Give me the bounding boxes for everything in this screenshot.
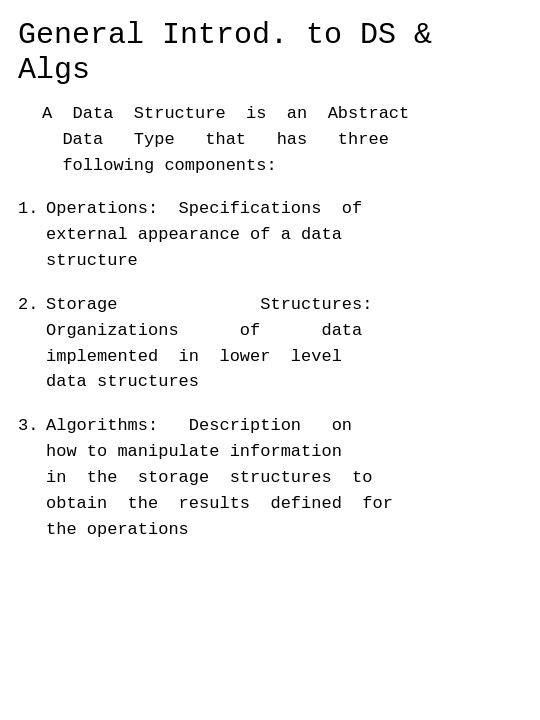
page-title: General Introd. to DS & Algs	[18, 18, 512, 87]
list-item-1: 1. Operations: Specifications ofexternal…	[18, 196, 512, 273]
list-content-3: Algorithms: Description onhow to manipul…	[46, 413, 512, 542]
list-number-1: 1.	[18, 196, 46, 222]
page: General Introd. to DS & Algs A Data Stru…	[0, 0, 540, 720]
intro-block: A Data Structure is an Abstract Data Typ…	[42, 101, 512, 178]
list-number-2: 2.	[18, 292, 46, 318]
list-number-3: 3.	[18, 413, 46, 439]
list-item-3: 3. Algorithms: Description onhow to mani…	[18, 413, 512, 542]
intro-text: A Data Structure is an Abstract Data Typ…	[42, 101, 512, 178]
list-content-2: Storage Structures:Organizations of data…	[46, 292, 512, 395]
list-content-1: Operations: Specifications ofexternal ap…	[46, 196, 512, 273]
list-item-2: 2. Storage Structures:Organizations of d…	[18, 292, 512, 395]
